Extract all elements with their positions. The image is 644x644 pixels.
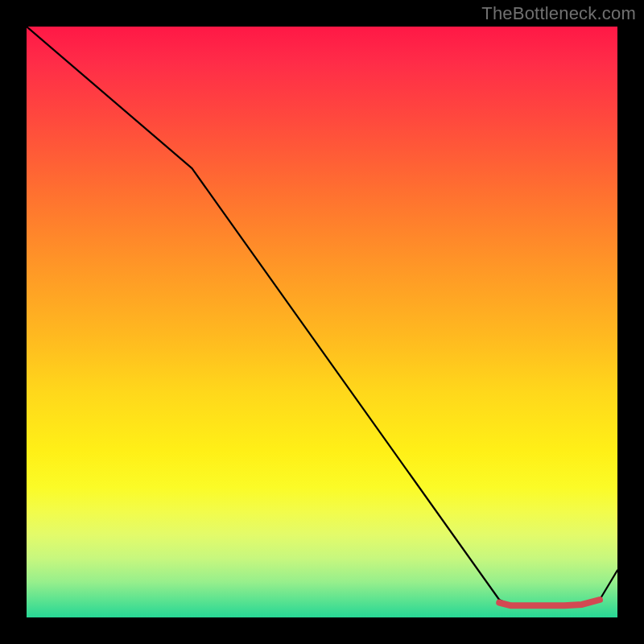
red-flat-line [499,600,600,605]
chart-frame: TheBottleneck.com [0,0,644,644]
watermark-text: TheBottleneck.com [481,3,636,24]
black-curve-line [27,27,617,605]
chart-overlay [27,27,617,617]
